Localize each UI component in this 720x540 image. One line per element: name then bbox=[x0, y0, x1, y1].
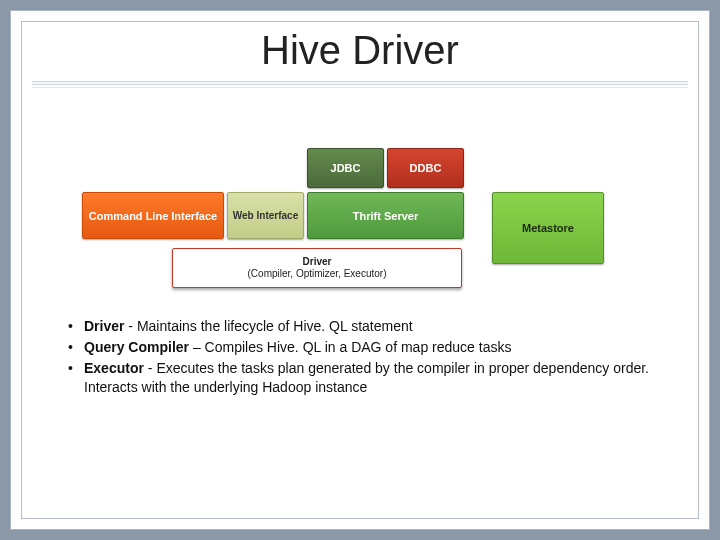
page-title: Hive Driver bbox=[22, 28, 698, 73]
list-item: Executor - Executes the tasks plan gener… bbox=[64, 359, 658, 397]
inner-frame: Hive Driver JDBC DDBC Command Line Inter… bbox=[21, 21, 699, 519]
bullet-text: Compiles Hive. QL in a DAG of map reduce… bbox=[205, 339, 512, 355]
box-ddbc: DDBC bbox=[387, 148, 464, 188]
slide: Hive Driver JDBC DDBC Command Line Inter… bbox=[10, 10, 710, 530]
list-item: Driver - Maintains the lifecycle of Hive… bbox=[64, 317, 658, 336]
architecture-diagram: JDBC DDBC Command Line Interface Web Int… bbox=[82, 152, 642, 292]
bullet-text: Maintains the lifecycle of Hive. QL stat… bbox=[137, 318, 413, 334]
bullet-list: Driver - Maintains the lifecycle of Hive… bbox=[64, 317, 658, 399]
list-item: Query Compiler – Compiles Hive. QL in a … bbox=[64, 338, 658, 357]
box-web-interface: Web Interface bbox=[227, 192, 304, 239]
driver-subtitle: (Compiler, Optimizer, Executor) bbox=[248, 268, 387, 280]
box-driver: Driver (Compiler, Optimizer, Executor) bbox=[172, 248, 462, 288]
bullet-term: Query Compiler bbox=[84, 339, 189, 355]
box-jdbc: JDBC bbox=[307, 148, 384, 188]
box-cli: Command Line Interface bbox=[82, 192, 224, 239]
bullet-term: Executor bbox=[84, 360, 144, 376]
divider-thin bbox=[32, 87, 688, 88]
driver-title: Driver bbox=[303, 256, 332, 268]
bullet-text: Executes the tasks plan generated by the… bbox=[84, 360, 649, 395]
bullet-sep: – bbox=[189, 339, 205, 355]
box-metastore: Metastore bbox=[492, 192, 604, 264]
bullet-sep: - bbox=[124, 318, 136, 334]
box-thrift-server: Thrift Server bbox=[307, 192, 464, 239]
bullet-term: Driver bbox=[84, 318, 124, 334]
title-wrap: Hive Driver bbox=[22, 22, 698, 73]
divider bbox=[32, 81, 688, 85]
bullet-sep: - bbox=[144, 360, 156, 376]
